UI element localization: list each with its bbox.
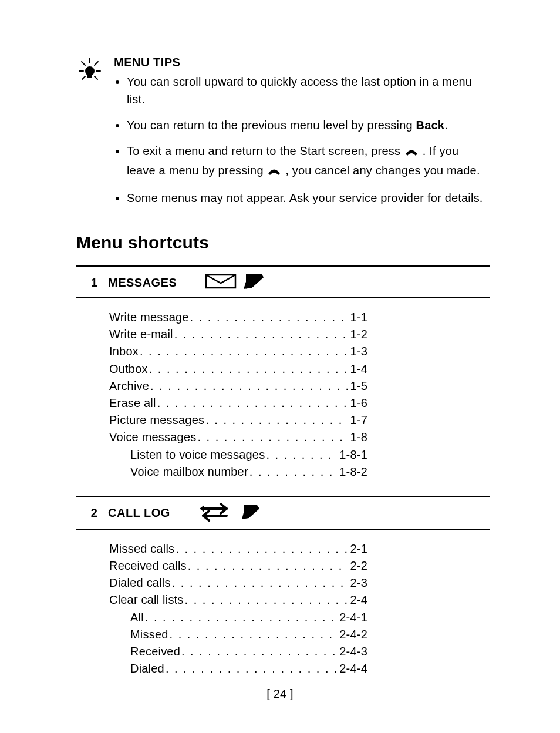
leader-dots xyxy=(189,309,348,326)
svg-rect-1 xyxy=(87,75,92,78)
section-number: 2 xyxy=(76,506,97,520)
shortcut-code: 1-1 xyxy=(348,309,367,326)
shortcut-code: 1-6 xyxy=(348,395,367,412)
leader-dots xyxy=(173,326,348,343)
shortcut-code: 1-2 xyxy=(348,326,367,343)
shortcut-code: 1-8-1 xyxy=(337,446,367,463)
svg-line-4 xyxy=(95,62,98,65)
shortcut-label: Archive xyxy=(109,378,149,395)
shortcut-code: 1-8 xyxy=(348,429,367,446)
svg-point-0 xyxy=(86,67,94,75)
page-number: [ 24 ] xyxy=(0,687,560,701)
shortcut-row: Voice mailbox number1-8-2 xyxy=(109,463,367,480)
shortcut-label: Listen to voice messages xyxy=(130,446,265,463)
shortcut-label: Dialed xyxy=(130,660,164,677)
leader-dots xyxy=(156,395,348,412)
messages-icon xyxy=(205,273,269,292)
section-title: MESSAGES xyxy=(108,276,177,290)
hangup-icon xyxy=(266,163,282,181)
leader-dots xyxy=(164,660,337,677)
shortcut-row: Outbox1-4 xyxy=(109,361,367,378)
shortcut-row: Archive1-5 xyxy=(109,378,367,395)
shortcut-code: 1-7 xyxy=(348,412,367,429)
tip-text: You can scroll upward to quickly access … xyxy=(127,75,472,106)
shortcut-label: Received xyxy=(130,643,180,660)
shortcut-label: Voice mailbox number xyxy=(130,463,248,480)
shortcut-label: Write message xyxy=(109,309,189,326)
tip-text: . xyxy=(444,119,448,132)
tip-item: To exit a menu and return to the Start s… xyxy=(127,142,490,181)
shortcut-code: 1-4 xyxy=(348,361,367,378)
shortcut-row: Picture messages1-7 xyxy=(109,412,367,429)
shortcut-code: 2-4-3 xyxy=(337,643,367,660)
shortcut-label: Inbox xyxy=(109,343,139,360)
shortcut-row: Received2-4-3 xyxy=(109,643,367,660)
shortcut-row: Write e-mail1-2 xyxy=(109,326,367,343)
shortcut-row: Missed2-4-2 xyxy=(109,626,367,643)
svg-line-8 xyxy=(95,76,97,79)
leader-dots xyxy=(180,643,337,660)
hangup-icon xyxy=(404,144,419,162)
leader-dots xyxy=(148,361,348,378)
shortcut-code: 2-4-2 xyxy=(337,626,367,643)
leader-dots xyxy=(149,378,348,395)
shortcut-label: Received calls xyxy=(109,557,187,574)
shortcut-code: 2-4-1 xyxy=(337,609,367,626)
section-header-messages: 1 MESSAGES xyxy=(76,267,490,298)
shortcut-code: 2-4 xyxy=(348,591,367,608)
leader-dots xyxy=(171,574,348,591)
shortcut-row: All2-4-1 xyxy=(109,609,367,626)
leader-dots xyxy=(144,609,337,626)
shortcut-list-messages: Write message1-1Write e-mail1-2Inbox1-3O… xyxy=(109,309,490,480)
shortcut-label: Outbox xyxy=(109,361,148,378)
shortcut-code: 1-5 xyxy=(348,378,367,395)
shortcut-row: Voice messages1-8 xyxy=(109,429,367,446)
tip-text: Some menus may not appear. Ask your serv… xyxy=(127,191,483,204)
tip-text: To exit a menu and return to the Start s… xyxy=(127,144,404,157)
shortcut-code: 2-2 xyxy=(348,557,367,574)
leader-dots xyxy=(174,540,348,557)
lightbulb-icon xyxy=(76,56,103,215)
shortcut-row: Clear call lists2-4 xyxy=(109,591,367,608)
call-log-icon xyxy=(198,503,269,524)
section-number: 1 xyxy=(76,276,97,290)
menu-tips-block: MENU TIPS You can scroll upward to quick… xyxy=(76,56,490,215)
shortcut-row: Missed calls2-1 xyxy=(109,540,367,557)
shortcut-label: Dialed calls xyxy=(109,574,171,591)
page-title: Menu shortcuts xyxy=(76,233,490,253)
svg-line-3 xyxy=(82,62,85,65)
section-header-call-log: 2 CALL LOG xyxy=(76,497,490,530)
tip-item: Some menus may not appear. Ask your serv… xyxy=(127,189,490,207)
shortcut-row: Write message1-1 xyxy=(109,309,367,326)
tip-item: You can return to the previous menu leve… xyxy=(127,116,490,134)
menu-tips-title: MENU TIPS xyxy=(114,56,490,69)
leader-dots xyxy=(187,557,348,574)
shortcut-label: Picture messages xyxy=(109,412,204,429)
shortcut-code: 2-4-4 xyxy=(337,660,367,677)
leader-dots xyxy=(184,591,348,608)
tip-bold: Back xyxy=(416,119,445,132)
leader-dots xyxy=(265,446,337,463)
leader-dots xyxy=(168,626,338,643)
shortcut-row: Listen to voice messages1-8-1 xyxy=(109,446,367,463)
shortcut-code: 2-3 xyxy=(348,574,367,591)
leader-dots xyxy=(196,429,348,446)
shortcut-row: Inbox1-3 xyxy=(109,343,367,360)
section-title: CALL LOG xyxy=(108,506,170,520)
shortcut-label: Clear call lists xyxy=(109,591,184,608)
shortcut-row: Erase all1-6 xyxy=(109,395,367,412)
shortcut-label: All xyxy=(130,609,144,626)
tip-text: , you cancel any changes you made. xyxy=(285,164,480,177)
shortcut-label: Missed xyxy=(130,626,168,643)
shortcut-label: Write e-mail xyxy=(109,326,173,343)
shortcut-label: Missed calls xyxy=(109,540,174,557)
menu-tips-list: You can scroll upward to quickly access … xyxy=(114,73,490,207)
shortcut-code: 1-8-2 xyxy=(337,463,367,480)
shortcut-row: Dialed calls2-3 xyxy=(109,574,367,591)
shortcut-row: Received calls2-2 xyxy=(109,557,367,574)
shortcut-label: Erase all xyxy=(109,395,156,412)
tip-text: You can return to the previous menu leve… xyxy=(127,119,416,132)
leader-dots xyxy=(139,343,348,360)
shortcut-list-call-log: Missed calls2-1Received calls2-2Dialed c… xyxy=(109,540,490,678)
shortcut-code: 2-1 xyxy=(348,540,367,557)
